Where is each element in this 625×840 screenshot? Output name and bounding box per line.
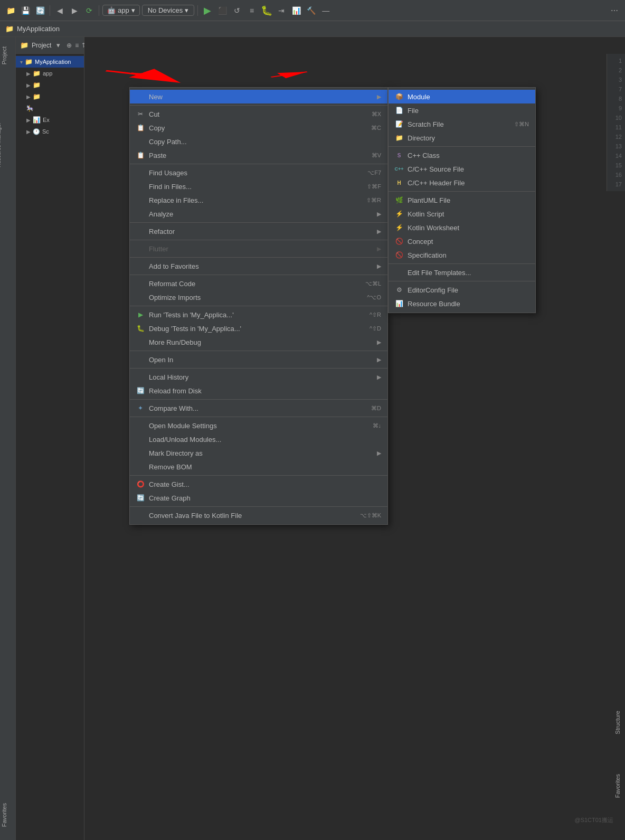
app-label: app (118, 6, 129, 14)
step-icon[interactable]: ⇥ (275, 4, 288, 17)
submenu-item-editorconfig[interactable]: ⚙ EditorConfig File (389, 283, 535, 297)
submenu-item-resource-bundle[interactable]: 📊 Resource Bundle (389, 297, 535, 310)
menu-item-reformat[interactable]: Reformat Code ⌥⌘L (130, 277, 387, 290)
load-unload-icon (136, 435, 145, 443)
submenu-item-concept[interactable]: 🚫 Concept (389, 234, 535, 248)
submenu-item-cpp-class[interactable]: S C++ Class (389, 148, 535, 162)
sync-icon[interactable]: ⟳ (83, 4, 96, 17)
menu-item-module-settings[interactable]: Open Module Settings ⌘↓ (130, 419, 387, 432)
list-icon[interactable]: ≡ (245, 4, 258, 17)
menu-item-paste[interactable]: 📋 Paste ⌘V (130, 148, 387, 162)
line-numbers: 1 2 3 7 8 9 10 11 12 13 14 15 16 17 (607, 54, 625, 191)
sync2-icon[interactable]: ↺ (231, 4, 243, 17)
debug-button[interactable]: 🐛 (260, 4, 273, 17)
minimize-icon[interactable]: — (319, 4, 332, 17)
menu-item-remove-bom[interactable]: Remove BOM (130, 460, 387, 474)
menu-item-flutter[interactable]: Flutter ▶ (130, 242, 387, 256)
submenu-item-kotlin-script[interactable]: ⚡ Kotlin Script (389, 207, 535, 221)
menu-item-open-in[interactable]: Open In ▶ (130, 353, 387, 366)
menu-item-find-files[interactable]: Find in Files... ⇧⌘F (130, 180, 387, 193)
submenu-item-module[interactable]: 📦 Module (389, 90, 535, 103)
more-run-arrow: ▶ (377, 339, 381, 346)
submenu-item-kotlin-worksheet[interactable]: ⚡ Kotlin Worksheet (389, 221, 535, 234)
folder-icon[interactable]: 📁 (4, 4, 17, 17)
submenu-item-cpp-source[interactable]: C++ C/C++ Source File (389, 162, 535, 176)
tree-row-5[interactable]: ▶ 📊 Ex (16, 114, 84, 126)
project-globe-icon[interactable]: ⊕ (67, 42, 72, 49)
submenu-item-plantuml[interactable]: 🌿 PlantUML File (389, 193, 535, 207)
new-arrow-icon: ▶ (377, 93, 381, 100)
menu-item-add-favorites[interactable]: Add to Favorites ▶ (130, 259, 387, 273)
favorites-label[interactable]: Favorites (1, 803, 7, 827)
local-history-icon (136, 373, 145, 381)
left-sidebar: Project Resource Manager Favorites (0, 37, 16, 840)
separator-5 (130, 257, 387, 258)
folder-orange-2: 📁 (33, 81, 41, 89)
menu-item-copy[interactable]: 📋 Copy ⌘C (130, 121, 387, 135)
menu-item-reload-disk[interactable]: 🔄 Reload from Disk (130, 384, 387, 398)
profile-icon[interactable]: 📊 (290, 4, 302, 17)
sc-icon: 🕐 (33, 128, 40, 135)
no-devices-button[interactable]: No Devices ▾ (142, 5, 194, 16)
tree-label-sc: Sc (42, 128, 49, 135)
menu-item-optimize[interactable]: Optimize Imports ^⌥O (130, 290, 387, 304)
more-icon[interactable]: ⋯ (608, 4, 621, 17)
save-icon[interactable]: 💾 (19, 4, 32, 17)
menu-item-more-run[interactable]: More Run/Debug ▶ (130, 335, 387, 349)
line-8: 8 (607, 94, 625, 103)
back-icon[interactable]: ◀ (53, 4, 66, 17)
menu-item-load-unload[interactable]: Load/Unload Modules... (130, 432, 387, 446)
tree-row-1[interactable]: ▶ 📁 app (16, 68, 84, 79)
separator-9 (130, 368, 387, 369)
submenu-item-directory[interactable]: 📁 Directory (389, 131, 535, 145)
submenu-sep-4 (389, 281, 535, 281)
submenu-item-edit-templates[interactable]: Edit File Templates... (389, 266, 535, 279)
project-list-icon[interactable]: ≡ (75, 42, 79, 49)
separator-12 (130, 475, 387, 476)
flutter-arrow: ▶ (377, 246, 381, 252)
tree-row-4[interactable]: 🎠 (16, 102, 84, 114)
separator-1 (130, 105, 387, 106)
separator-10 (130, 399, 387, 400)
no-devices-dropdown-icon: ▾ (185, 6, 188, 14)
separator-4 (130, 240, 387, 240)
mark-dir-icon (136, 449, 145, 457)
stop-icon[interactable]: ⬛ (216, 4, 229, 17)
tree-row-6[interactable]: ▶ 🕐 Sc (16, 126, 84, 137)
submenu-item-scratch[interactable]: 📝 Scratch File ⇧⌘N (389, 117, 535, 131)
mark-dir-arrow: ▶ (377, 450, 381, 457)
resource-manager-label[interactable]: Resource Manager (0, 122, 2, 167)
build-icon[interactable]: 🔨 (305, 4, 317, 17)
structure-label[interactable]: Structure (614, 711, 625, 734)
menu-item-local-history[interactable]: Local History ▶ (130, 370, 387, 384)
app-badge[interactable]: 🤖 app ▾ (102, 5, 140, 16)
cut-icon: ✂ (136, 110, 145, 118)
favorites-right-label[interactable]: Favorites (614, 774, 625, 798)
project-header-dropdown[interactable]: ▾ (56, 41, 60, 49)
convert-icon (136, 511, 145, 520)
menu-item-find-usages[interactable]: Find Usages ⌥F7 (130, 166, 387, 180)
submenu-item-cpp-header[interactable]: H C/C++ Header File (389, 176, 535, 190)
menu-item-debug[interactable]: 🐛 Debug 'Tests in 'My_Applica...' ^⇧D (130, 322, 387, 335)
menu-item-create-graph[interactable]: 🔄 Create Graph (130, 491, 387, 505)
tree-root-row[interactable]: ▾ 📁 MyApplication (16, 56, 84, 68)
menu-item-create-gist[interactable]: ⭕ Create Gist... (130, 477, 387, 491)
tree-row-3[interactable]: ▶ 📁 (16, 91, 84, 102)
menu-item-replace-files[interactable]: Replace in Files... ⇧⌘R (130, 193, 387, 207)
forward-icon[interactable]: ▶ (68, 4, 81, 17)
run-button[interactable]: ▶ (201, 4, 214, 17)
menu-item-mark-dir[interactable]: Mark Directory as ▶ (130, 446, 387, 460)
menu-item-run[interactable]: ▶ Run 'Tests in 'My_Applica...' ^⇧R (130, 308, 387, 322)
submenu-item-specification[interactable]: 🚫 Specification (389, 248, 535, 262)
menu-item-new[interactable]: New ▶ (130, 90, 387, 103)
tree-row-2[interactable]: ▶ 📁 (16, 79, 84, 91)
menu-item-analyze[interactable]: Analyze ▶ (130, 207, 387, 221)
menu-item-cut[interactable]: ✂ Cut ⌘X (130, 107, 387, 121)
project-panel-label[interactable]: Project (1, 46, 7, 64)
menu-item-copy-path[interactable]: Copy Path... (130, 135, 387, 148)
menu-item-refactor[interactable]: Refactor ▶ (130, 224, 387, 238)
menu-item-compare[interactable]: ✦ Compare With... ⌘D (130, 401, 387, 415)
submenu-item-file[interactable]: 📄 File (389, 103, 535, 117)
menu-item-convert-kotlin[interactable]: Convert Java File to Kotlin File ⌥⇧⌘K (130, 508, 387, 522)
refresh-icon[interactable]: 🔄 (34, 4, 46, 17)
